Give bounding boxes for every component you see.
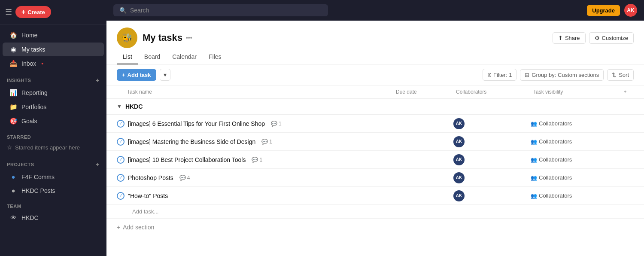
sidebar-item-f4f-comms[interactable]: ● F4F Comms: [3, 170, 104, 183]
add-task-button[interactable]: + Add task: [117, 69, 156, 81]
create-button[interactable]: + Create: [15, 6, 51, 18]
visibility-cell: 👥 Collaborators: [531, 138, 617, 145]
add-section-button[interactable]: + Add section: [106, 219, 644, 236]
task-complete-button[interactable]: ✓: [117, 156, 125, 164]
team-label: Team: [7, 204, 21, 209]
page-title-area: My tasks •••: [143, 32, 192, 43]
add-project-icon[interactable]: +: [96, 161, 100, 168]
collaborator-cell: AK: [453, 172, 531, 183]
insights-section-header: Insights +: [0, 71, 106, 85]
sidebar-item-goals[interactable]: 🎯 Goals: [3, 114, 104, 128]
sidebar: ☰ + Create 🏠 Home ◉ My tasks 📥 Inbox • I…: [0, 0, 106, 256]
tab-files[interactable]: Files: [203, 50, 228, 64]
share-button[interactable]: ⬆ Share: [553, 32, 586, 44]
add-task-inline[interactable]: Add task...: [106, 205, 644, 219]
task-name-cell: ✓ [images] Mastering the Business Side o…: [117, 134, 393, 149]
tab-list[interactable]: List: [117, 50, 138, 64]
col-task-visibility: Task visibility: [531, 85, 617, 98]
visibility-label: Collaborators: [539, 120, 572, 127]
comment-icon: 💬: [252, 157, 258, 163]
sort-label: Sort: [619, 72, 629, 78]
group-label: Group by: Custom sections: [532, 72, 599, 78]
add-task-inline-label: Add task...: [132, 208, 158, 215]
main-content: 🔍 Search Upgrade AK 🐝 My tasks •••: [106, 0, 644, 256]
visibility-cell: 👥 Collaborators: [531, 192, 617, 199]
sidebar-item-label: Inbox: [21, 60, 36, 67]
sidebar-item-hkdc[interactable]: 👁 HKDC: [3, 211, 104, 224]
task-name-cell: ✓ [images] 6 Essential Tips for Your Fir…: [117, 116, 393, 131]
collaborator-avatar: AK: [453, 172, 465, 183]
sidebar-item-my-tasks[interactable]: ◉ My tasks: [3, 43, 104, 56]
col-add[interactable]: +: [617, 85, 634, 98]
table-row: ✓ [images] Mastering the Business Side o…: [106, 133, 644, 151]
customize-button[interactable]: ⚙ Customize: [589, 32, 634, 44]
sidebar-item-reporting[interactable]: 📊 Reporting: [3, 86, 104, 100]
sidebar-item-home[interactable]: 🏠 Home: [3, 28, 104, 42]
sidebar-item-label: HKDC: [21, 214, 39, 221]
collaborator-cell: AK: [453, 154, 531, 165]
collapse-button[interactable]: ▼: [117, 104, 122, 110]
sidebar-item-inbox[interactable]: 📥 Inbox •: [3, 57, 104, 70]
more-options-icon[interactable]: •••: [186, 34, 192, 41]
comment-badge[interactable]: 💬 4: [179, 175, 190, 181]
task-name[interactable]: Photoshop Posts: [128, 174, 173, 181]
avatar-emoji: 🐝: [122, 33, 133, 43]
sidebar-item-label: Reporting: [21, 89, 48, 96]
sidebar-item-portfolios[interactable]: 📁 Portfolios: [3, 100, 104, 114]
sort-button[interactable]: ⇅ Sort: [607, 69, 634, 81]
sidebar-item-label: F4F Comms: [21, 174, 55, 180]
search-bar[interactable]: 🔍 Search: [113, 4, 328, 16]
sidebar-item-label: My tasks: [21, 46, 45, 53]
tab-calendar[interactable]: Calendar: [166, 50, 203, 64]
col-collaborators: Collaborators: [453, 85, 531, 98]
task-complete-button[interactable]: ✓: [117, 174, 125, 182]
task-name[interactable]: [images] 10 Best Project Collaboration T…: [128, 156, 246, 163]
col-due-date: Due date: [393, 85, 453, 98]
add-section-icon: +: [117, 224, 120, 231]
comment-badge[interactable]: 💬 1: [261, 139, 272, 145]
projects-section-header: Projects +: [0, 155, 106, 170]
toolbar-right: ⧖ Filter: 1 ⊞ Group by: Custom sections …: [483, 69, 634, 81]
avatar-initials: AK: [627, 7, 634, 13]
task-complete-button[interactable]: ✓: [117, 192, 125, 200]
task-name[interactable]: "How-to" Posts: [128, 192, 168, 199]
task-name-cell: ✓ Photoshop Posts 💬 4: [117, 171, 393, 185]
tab-board[interactable]: Board: [138, 50, 166, 64]
collaborator-avatar: AK: [453, 118, 465, 129]
check-circle-icon: ◉: [9, 46, 17, 53]
visibility-cell: 👥 Collaborators: [531, 120, 617, 127]
task-name[interactable]: [images] Mastering the Business Side of …: [128, 138, 255, 145]
team-icon: 👁: [9, 214, 17, 221]
people-icon: 👥: [531, 157, 537, 163]
add-section-label: Add section: [123, 224, 154, 231]
add-insight-icon[interactable]: +: [96, 77, 100, 84]
goals-icon: 🎯: [9, 117, 17, 125]
search-icon: 🔍: [119, 7, 127, 14]
people-icon: 👥: [531, 139, 537, 145]
filter-button[interactable]: ⧖ Filter: 1: [483, 69, 516, 81]
task-name[interactable]: [images] 6 Essential Tips for Your First…: [128, 120, 265, 127]
avatar[interactable]: AK: [624, 4, 637, 17]
visibility-label: Collaborators: [539, 192, 572, 199]
visibility-label: Collaborators: [539, 138, 572, 145]
upgrade-button[interactable]: Upgrade: [587, 5, 620, 16]
task-complete-button[interactable]: ✓: [117, 138, 125, 146]
more-button[interactable]: ▾: [160, 69, 170, 81]
task-complete-button[interactable]: ✓: [117, 120, 125, 128]
sidebar-top: ☰ + Create: [0, 0, 106, 24]
task-table: Task name Due date Collaborators Task vi…: [106, 85, 644, 256]
insights-label: Insights: [7, 78, 31, 83]
collaborator-avatar: AK: [453, 154, 465, 165]
share-icon: ⬆: [558, 35, 563, 41]
comment-badge[interactable]: 💬 1: [271, 121, 282, 127]
create-label: Create: [27, 9, 45, 15]
group-button[interactable]: ⊞ Group by: Custom sections: [520, 69, 604, 81]
comment-badge[interactable]: 💬 1: [252, 157, 262, 163]
section-name: HKDC: [125, 103, 143, 110]
hamburger-icon[interactable]: ☰: [5, 7, 12, 17]
collaborator-cell: AK: [453, 190, 531, 201]
sidebar-navigation: 🏠 Home ◉ My tasks 📥 Inbox • Insights + 📊…: [0, 24, 106, 228]
inbox-icon: 📥: [9, 60, 17, 67]
sidebar-item-hkdc-posts[interactable]: ● HKDC Posts: [3, 184, 104, 197]
starred-empty: ☆ Starred items appear here: [0, 141, 106, 155]
